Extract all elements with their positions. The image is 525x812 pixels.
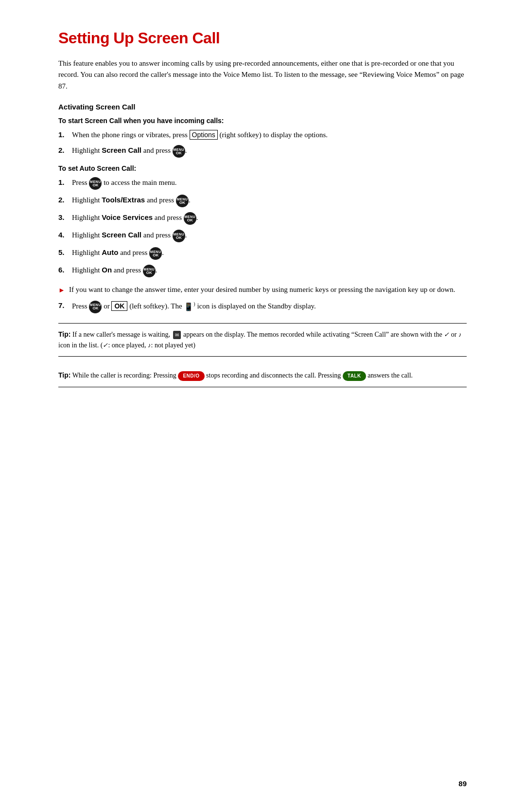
step-number: 3. (58, 212, 70, 223)
list-item: 3. Highlight Voice Services and press ME… (58, 212, 467, 225)
tip-box-1: Tip: If a new caller's message is waitin… (58, 323, 467, 357)
step-content: Highlight Auto and press MENUOK. (72, 247, 467, 260)
highlight-label: Screen Call (102, 231, 141, 239)
step-content: Press MENUOK or OK (left softkey). The 📱… (72, 300, 467, 313)
tip-box-2: Tip: While the caller is recording: Pres… (58, 364, 467, 387)
step-content: Highlight Screen Call and press MENUOK. (72, 145, 467, 158)
list-item: 4. Highlight Screen Call and press MENUO… (58, 230, 467, 242)
options-key: Options (190, 130, 218, 140)
once-played-icon: ✓ (444, 331, 449, 338)
list-item: 7. Press MENUOK or OK (left softkey). Th… (58, 300, 467, 313)
step-number: 4. (58, 230, 70, 241)
context2-heading: To set Auto Screen Call: (58, 164, 467, 172)
step-content: Highlight Screen Call and press MENUOK. (72, 230, 467, 242)
not-played-icon: ♪ (458, 331, 462, 338)
tip2-text: While the caller is recording: Pressing … (72, 372, 413, 379)
tip1-text: If a new caller's message is waiting, ✉ … (58, 331, 461, 349)
step-number: 7. (58, 300, 70, 311)
ok-key: OK (111, 301, 127, 311)
intro-paragraph: This feature enables you to answer incom… (58, 58, 467, 92)
bullet-content: If you want to change the answer time, e… (69, 284, 467, 295)
step-number: 6. (58, 265, 70, 276)
list-item: 2. Highlight Screen Call and press MENUO… (58, 145, 467, 158)
context2-steps: 1. Press MENUOK to access the main menu.… (58, 177, 467, 277)
step-number: 2. (58, 195, 70, 206)
highlight-label: Auto (102, 249, 118, 257)
list-item: 1. When the phone rings or vibrates, pre… (58, 129, 467, 141)
page-title: Setting Up Screen Call (58, 29, 467, 47)
step-content: Highlight Voice Services and press MENUO… (72, 212, 467, 225)
menu-ok-button-icon: MENUOK (173, 145, 185, 158)
menu-ok-button-icon: MENUOK (149, 247, 162, 260)
step-content: Highlight On and press MENUOK. (72, 265, 467, 277)
list-item: 5. Highlight Auto and press MENUOK. (58, 247, 467, 260)
step-number: 2. (58, 145, 70, 156)
menu-ok-button-icon: MENUOK (176, 195, 189, 207)
highlight-label: Tools/Extras (102, 196, 145, 204)
menu-ok-button-icon: MENUOK (173, 230, 185, 242)
standby-icon: 📱 (184, 303, 193, 311)
highlight-label: Voice Services (102, 214, 153, 222)
step-number: 5. (58, 247, 70, 258)
context1-steps: 1. When the phone rings or vibrates, pre… (58, 129, 467, 158)
step-number: 1. (58, 129, 70, 141)
highlight-label: Screen Call (102, 146, 141, 155)
menu-ok-button-icon: MENUOK (184, 212, 196, 225)
step-content: Highlight Tools/Extras and press MENUOK. (72, 195, 467, 207)
tip2-label: Tip: (58, 371, 70, 379)
end-button-icon: END/O (178, 371, 204, 381)
step-number: 1. (58, 177, 70, 188)
checkmark-note: ✓ (103, 342, 108, 349)
context1-heading: To start Screen Call when you have incom… (58, 117, 467, 125)
step-content: Press MENUOK to access the main menu. (72, 177, 467, 190)
menu-ok-button-icon: MENUOK (89, 177, 102, 190)
list-item: 6. Highlight On and press MENUOK. (58, 265, 467, 277)
menu-ok-button-icon: MENUOK (89, 301, 102, 313)
bullet-note: ► If you want to change the answer time,… (58, 284, 467, 295)
message-icon: ✉ (173, 331, 181, 340)
tip1-label: Tip: (58, 330, 70, 338)
page-number: 89 (458, 779, 467, 788)
bullet-arrow-icon: ► (58, 285, 65, 295)
talk-button-icon: TALK (343, 371, 366, 381)
highlight-label: On (102, 266, 112, 274)
step7-list: 7. Press MENUOK or OK (left softkey). Th… (58, 300, 467, 313)
list-item: 1. Press MENUOK to access the main menu. (58, 177, 467, 190)
menu-ok-button-icon: MENUOK (143, 265, 156, 277)
note-icon: ♪ (148, 342, 151, 349)
step-content: When the phone rings or vibrates, press … (72, 129, 467, 141)
list-item: 2. Highlight Tools/Extras and press MENU… (58, 195, 467, 207)
subsection-heading: Activating Screen Call (58, 103, 467, 111)
